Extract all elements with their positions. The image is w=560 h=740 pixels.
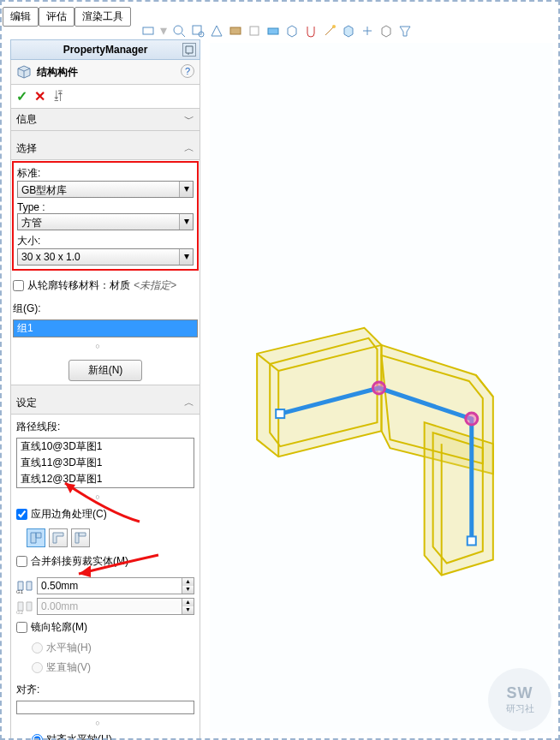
view-normal-icon[interactable]	[141, 24, 155, 38]
gap1-spinner[interactable]: ▲▼	[37, 577, 194, 594]
hide-show-icon[interactable]	[247, 24, 261, 38]
corner-miter-icon[interactable]	[27, 528, 45, 547]
property-manager-panel: PropertyManager 结构构件 ? ✓ ✕ ⭿ 信息 ﹀ 选择 ︿ 标…	[10, 39, 200, 740]
transfer-material-label: 从轮廓转移材料：材质	[27, 278, 130, 293]
mirror-profile-row[interactable]: 镜向轮廓(M)	[16, 618, 194, 636]
svg-rect-7	[268, 28, 278, 34]
list-item[interactable]: 直线12@3D草图1	[17, 471, 194, 487]
corner-butt1-icon[interactable]	[49, 528, 68, 547]
transfer-material-row[interactable]: 从轮廓转移材料：材质 <未指定>	[13, 277, 198, 295]
spin-up-icon: ▲	[182, 599, 194, 606]
spin-down-icon[interactable]: ▼	[182, 586, 194, 594]
display-style-icon[interactable]	[229, 24, 242, 38]
tab-evaluate[interactable]: 评估	[39, 7, 74, 27]
filter-icon[interactable]	[398, 24, 412, 38]
type-dropdown[interactable]: 方管 ▾	[17, 213, 194, 230]
box-icon[interactable]	[285, 24, 299, 38]
tab-edit[interactable]: 编辑	[3, 7, 39, 27]
svg-line-2	[182, 33, 185, 37]
help-icon[interactable]: ?	[181, 64, 194, 78]
align-hor-radio[interactable]	[32, 734, 43, 740]
mirror-profile-checkbox[interactable]	[16, 622, 27, 633]
select-section-header[interactable]: 选择 ︿	[10, 138, 200, 160]
arrows-icon[interactable]	[360, 24, 374, 38]
dropdown-arrow-icon[interactable]: ▾	[179, 182, 193, 197]
watermark-icon: SW 研习社	[488, 668, 551, 731]
standard-value: GB型材库	[18, 182, 179, 197]
list-item[interactable]: 直线10@3D草图1	[17, 439, 194, 455]
box3-icon[interactable]	[379, 24, 393, 38]
dropdown-arrow-icon[interactable]: ▾	[179, 249, 193, 265]
merge-trim-row[interactable]: 合并斜接剪裁实体(M)	[16, 552, 194, 570]
toolbar-sep: ▾	[160, 22, 167, 39]
type-value: 方管	[18, 214, 179, 230]
watermark-sw: SW	[507, 684, 533, 702]
corner-butt2-icon[interactable]	[71, 528, 90, 547]
graphics-viewport[interactable]	[210, 43, 553, 733]
watermark-sub: 研习社	[506, 702, 534, 715]
apply-corner-row[interactable]: 应用边角处理(C)	[16, 505, 194, 523]
chevron-down-icon: ﹀	[184, 112, 194, 127]
group-label: 组(G):	[13, 301, 198, 316]
group-item[interactable]: 组1	[14, 320, 197, 337]
section-view-icon[interactable]	[210, 24, 223, 38]
pm-title-bar: PropertyManager	[10, 39, 200, 60]
magnet-icon[interactable]	[304, 24, 318, 38]
path-segments-label: 路径线段:	[16, 420, 194, 434]
view-toolbar[interactable]: ▾	[141, 22, 412, 39]
feature-name: 结构构件	[37, 65, 78, 80]
pin-panel-icon[interactable]	[182, 43, 196, 57]
standard-label: 标准:	[17, 166, 194, 181]
zoom-area-icon[interactable]	[191, 24, 205, 38]
spin-down-icon: ▼	[182, 606, 194, 614]
mirror-profile-label: 镜向轮廓(M)	[31, 620, 87, 635]
svg-text:G1: G1	[16, 589, 24, 594]
resize-grip-icon[interactable]: ○	[13, 341, 198, 351]
gap1-input[interactable]	[38, 580, 182, 592]
resize-grip-icon[interactable]: ○	[16, 718, 194, 728]
chevron-up-icon: ︿	[184, 396, 194, 410]
box2-icon[interactable]	[342, 24, 355, 38]
pm-title-text: PropertyManager	[63, 44, 148, 56]
svg-rect-6	[250, 27, 259, 35]
svg-point-9	[332, 25, 336, 28]
ok-button[interactable]: ✓	[16, 88, 27, 104]
dropdown-arrow-icon[interactable]: ▾	[179, 214, 193, 230]
ver-axis-label: 竖直轴(V)	[46, 660, 91, 675]
wand-icon[interactable]	[323, 24, 337, 38]
gap2-spinner: ▲▼	[37, 598, 194, 615]
gap1-icon: G1	[16, 578, 33, 594]
hor-axis-row: 水平轴(H)	[16, 640, 194, 656]
model-preview-icon	[210, 43, 553, 733]
scenes-icon[interactable]	[266, 24, 280, 38]
tab-render-tools[interactable]: 渲染工具	[74, 7, 131, 27]
svg-text:G2: G2	[16, 610, 24, 614]
align-listbox[interactable]	[16, 701, 194, 714]
svg-point-21	[466, 413, 478, 425]
cancel-button[interactable]: ✕	[34, 88, 45, 104]
path-segments-listbox[interactable]: 直线10@3D草图1 直线11@3D草图1 直线12@3D草图1	[16, 438, 194, 488]
size-dropdown[interactable]: 30 x 30 x 1.0 ▾	[17, 248, 194, 266]
settings-section-header[interactable]: 设定 ︿	[10, 392, 200, 415]
merge-trim-checkbox[interactable]	[16, 556, 27, 567]
apply-corner-checkbox[interactable]	[16, 509, 27, 520]
hor-axis-label: 水平轴(H)	[46, 641, 92, 655]
push-pin-icon[interactable]: ⭿	[52, 88, 64, 104]
settings-section-title: 设定	[16, 396, 37, 410]
info-section-header[interactable]: 信息 ﹀	[10, 109, 200, 131]
spin-up-icon[interactable]: ▲	[182, 578, 194, 586]
zoom-fit-icon[interactable]	[172, 24, 186, 38]
standard-dropdown[interactable]: GB型材库 ▾	[17, 181, 194, 198]
transfer-material-checkbox[interactable]	[13, 280, 24, 291]
svg-line-8	[325, 27, 334, 35]
ver-axis-row: 竖直轴(V)	[16, 659, 194, 676]
resize-grip-icon[interactable]: ○	[16, 492, 194, 502]
list-item[interactable]: 直线11@3D草图1	[17, 455, 194, 471]
svg-point-1	[174, 26, 182, 34]
new-group-button[interactable]: 新组(N)	[69, 360, 143, 381]
align-hor-row[interactable]: 对齐水平轴(H)	[16, 731, 194, 740]
align-label: 对齐:	[16, 683, 194, 697]
info-section-title: 信息	[16, 112, 37, 127]
group-listbox[interactable]: 组1	[13, 319, 198, 337]
gap2-icon: G2	[16, 599, 33, 614]
